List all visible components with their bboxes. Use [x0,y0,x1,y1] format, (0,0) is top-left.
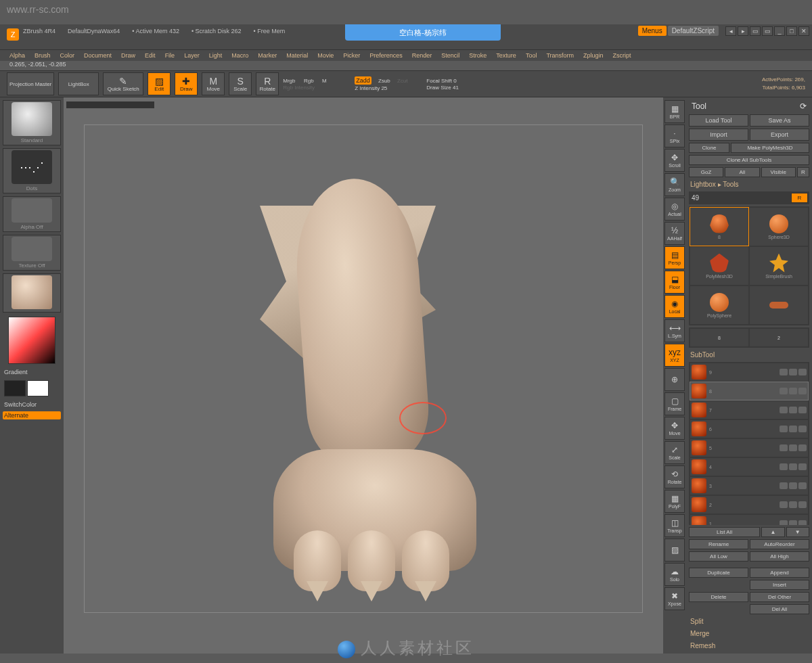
tool-item-extra[interactable] [750,286,808,324]
menu-zplugin[interactable]: Zplugin [583,52,604,59]
win-stack-icon[interactable]: ▭ [750,26,761,36]
eye-icon[interactable] [798,501,807,508]
zcut-toggle[interactable]: Zcut [397,78,408,84]
subtool-row[interactable]: 8 [690,382,808,400]
mrgb-toggle[interactable]: Mrgb [283,78,295,84]
save-as-button[interactable]: Save As [750,114,809,127]
goz-r-button[interactable]: R [797,167,809,177]
alternate-button[interactable]: Alternate [3,411,61,419]
vis-icon[interactable] [780,520,788,525]
win-stack2-icon[interactable]: ▭ [762,26,773,36]
subtool-row[interactable]: 1 [690,515,808,525]
remesh-section[interactable]: Remesh [689,641,809,651]
menu-brush[interactable]: Brush [35,52,51,59]
subtool-row[interactable]: 2 [690,496,808,513]
alllow-button[interactable]: All Low [689,551,748,562]
quicksketch-button[interactable]: ✎Quick Sketch [103,72,143,95]
clone-all-button[interactable]: Clone All SubTools [689,155,809,165]
vis-icon[interactable] [789,407,797,413]
menu-movie[interactable]: Movie [317,52,334,59]
rside-Local-button[interactable]: ◉Local [664,295,685,318]
viewport[interactable] [64,97,663,654]
maximize-icon[interactable]: □ [786,26,797,36]
vis-icon[interactable] [789,426,797,432]
rside-Xpose-button[interactable]: ✖Xpose [664,587,685,610]
subtool-header[interactable]: SubTool [689,350,809,360]
menu-file[interactable]: File [165,52,175,59]
menu-material[interactable]: Material [286,52,308,59]
menu-marker[interactable]: Marker [258,52,277,59]
vis-icon[interactable] [789,388,797,394]
allhigh-button[interactable]: All High [750,551,809,562]
eye-icon[interactable] [798,388,807,394]
material-thumb[interactable] [3,273,61,313]
vis-icon[interactable] [780,463,788,470]
rside-SPix-button[interactable]: ·SPix [664,124,685,147]
eye-icon[interactable] [798,482,807,489]
texture-thumb[interactable]: Texture Off [3,235,61,271]
export-button[interactable]: Export [750,129,809,141]
rgb-toggle[interactable]: Rgb [304,78,314,84]
vis-icon[interactable] [789,482,797,489]
menu-document[interactable]: Document [84,52,112,59]
nav-prev-icon[interactable]: ◂ [725,26,736,36]
menu-layer[interactable]: Layer [184,52,200,59]
goz-visible-button[interactable]: Visible [761,167,796,177]
rside-Solo-button[interactable]: ☁Solo [664,563,685,586]
vis-icon[interactable] [780,407,788,413]
rside-L.Sym-button[interactable]: ⟷L.Sym [664,319,685,342]
zsub-toggle[interactable]: Zsub [378,78,390,84]
subtool-row[interactable]: 7 [690,401,808,419]
rename-button[interactable]: Rename [689,539,748,549]
z-intensity-slider[interactable]: Z Intensity 25 [355,85,422,91]
rside-Move-button[interactable]: ✥Move [664,417,685,440]
append-button[interactable]: Append [750,568,809,578]
swatch-black[interactable] [4,380,26,396]
rside-Floor-button[interactable]: ⬓Floor [664,271,685,294]
swatch-white[interactable] [27,380,49,396]
rside-Scale-button[interactable]: ⤢Scale [664,441,685,464]
alpha-thumb[interactable]: Alpha Off [3,196,61,232]
zadd-toggle[interactable]: Zadd [355,76,371,85]
minimize-icon[interactable]: _ [774,26,785,36]
subtool-row[interactable]: 5 [690,439,808,457]
menu-macro[interactable]: Macro [231,52,248,59]
vis-icon[interactable] [780,444,788,451]
vis-icon[interactable] [780,426,788,432]
subtool-row[interactable]: 3 [690,477,808,495]
draw-button[interactable]: ✚Draw [175,72,198,95]
rside-Actual-button[interactable]: ◎Actual [664,198,685,221]
vis-icon[interactable] [780,482,788,489]
eye-icon[interactable] [798,444,807,451]
tool-small-2[interactable]: 2 [750,329,808,346]
draw-size-slider[interactable]: Draw Size 41 [426,85,494,91]
move-button[interactable]: MMove [202,72,225,95]
subtool-row[interactable]: 9 [690,363,808,381]
eye-icon[interactable] [798,520,807,525]
vis-icon[interactable] [789,369,797,375]
grid-r-button[interactable]: R [791,193,808,203]
tool-item-simplebrush[interactable]: SimpleBrush [750,247,808,285]
goz-button[interactable]: GoZ [689,167,723,177]
tool-item-active[interactable]: 8 [690,208,748,246]
menu-tool[interactable]: Tool [526,52,537,59]
rside-PolyF-button[interactable]: ▦PolyF [664,490,685,513]
tool-item-polymesh[interactable]: PolyMesh3D [690,247,748,285]
color-picker[interactable] [8,317,55,364]
close-icon[interactable]: ✕ [798,26,809,36]
menu-stroke[interactable]: Stroke [469,52,487,59]
menu-edit[interactable]: Edit [145,52,156,59]
merge-section[interactable]: Merge [689,628,809,639]
lightbox-tools-link[interactable]: Lightbox ▸ Tools [689,179,809,189]
menu-alpha[interactable]: Alpha [9,52,25,59]
refresh-icon[interactable]: ⟳ [800,101,807,111]
delother-button[interactable]: Del Other [750,592,809,602]
rside-XYZ-button[interactable]: xyzXYZ [664,344,685,367]
rside-BPR-button[interactable]: ▦BPR [664,100,685,123]
focal-shift-slider[interactable]: Focal Shift 0 [426,78,494,84]
vis-icon[interactable] [789,520,797,525]
autoreorder-button[interactable]: AutoReorder [750,539,809,549]
menu-texture[interactable]: Texture [496,52,516,59]
projection-master-button[interactable]: Projection Master [7,72,54,95]
goz-all-button[interactable]: All [725,167,759,177]
